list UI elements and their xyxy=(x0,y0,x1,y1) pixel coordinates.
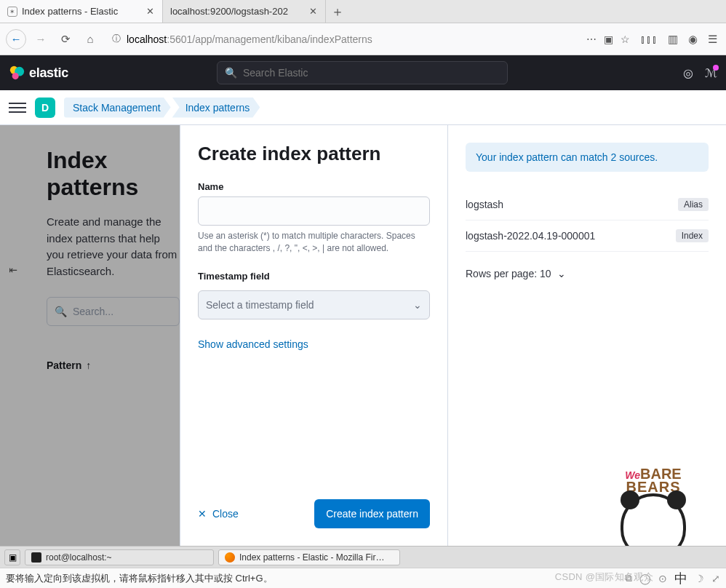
sidebar-icon[interactable]: ▥ xyxy=(668,33,678,46)
taskbar-terminal[interactable]: root@localhost:~ xyxy=(25,549,214,565)
show-advanced-link[interactable]: Show advanced settings xyxy=(198,338,430,350)
menu-icon[interactable]: ☰ xyxy=(708,33,717,46)
address-bar[interactable]: ⓘ localhost:5601/app/management/kibana/i… xyxy=(105,28,636,50)
elastic-brand-text: elastic xyxy=(29,65,68,81)
breadcrumb: Stack Management Index patterns xyxy=(64,98,260,118)
chevron-down-icon: ⌄ xyxy=(413,299,422,311)
page-actions-icon[interactable]: ⋯ xyxy=(586,33,597,45)
elastic-logo[interactable]: elastic xyxy=(9,65,68,81)
rows-per-page-button[interactable]: Rows per page: 10 ⌄ xyxy=(466,268,709,279)
match-callout: Your index pattern can match 2 sources. xyxy=(466,143,709,172)
firefox-icon xyxy=(225,552,235,563)
vm-device-icon[interactable]: ⤢ xyxy=(711,573,720,584)
nav-toggle-button[interactable] xyxy=(9,99,26,116)
create-index-pattern-button[interactable]: Create index pattern xyxy=(314,499,430,528)
help-icon[interactable]: ◎ xyxy=(683,66,693,80)
bookmark-icon[interactable]: ☆ xyxy=(621,33,630,45)
vm-device-icon[interactable]: ◯ xyxy=(639,573,651,584)
close-tab-icon[interactable]: ✕ xyxy=(145,7,155,17)
tab-title: localhost:9200/logstash-202 xyxy=(170,6,303,17)
close-flyout-button[interactable]: ✕ Close xyxy=(198,508,239,520)
name-help-text: Use an asterisk (*) to match multiple ch… xyxy=(198,230,430,255)
forward-button[interactable]: → xyxy=(31,29,51,49)
breadcrumb-item[interactable]: Stack Management xyxy=(64,98,171,118)
back-button[interactable]: ← xyxy=(6,29,26,49)
elastic-logo-icon xyxy=(9,65,25,81)
flyout-matches: Your index pattern can match 2 sources. … xyxy=(448,125,726,546)
match-name: logstash xyxy=(466,199,503,210)
timestamp-select[interactable]: Select a timestamp field ⌄ xyxy=(198,290,430,319)
create-index-pattern-flyout: Create index pattern Name Use an asteris… xyxy=(180,125,726,546)
timestamp-placeholder: Select a timestamp field xyxy=(206,299,314,311)
browser-tabstrip: ✶ Index patterns - Elastic ✕ localhost:9… xyxy=(0,0,726,23)
global-search-input[interactable] xyxy=(243,67,500,79)
name-input[interactable] xyxy=(198,196,430,226)
vm-device-icon[interactable]: ⊙ xyxy=(658,573,667,584)
modal-scrim[interactable] xyxy=(0,125,180,546)
vm-device-icon[interactable]: ⧉ xyxy=(625,572,632,584)
timestamp-label: Timestamp field xyxy=(198,271,430,282)
elastic-header: elastic 🔍 ◎ ℳ xyxy=(0,55,726,90)
search-icon: 🔍 xyxy=(225,67,237,79)
match-row[interactable]: logstash-2022.04.19-000001 Index xyxy=(466,220,709,252)
vm-device-icon[interactable]: ☽ xyxy=(695,573,704,584)
elastic-favicon: ✶ xyxy=(7,7,17,17)
match-name: logstash-2022.04.19-000001 xyxy=(466,230,595,242)
vm-status-text: 要将输入定向到该虚拟机，请将鼠标指针移入其中或按 Ctrl+G。 xyxy=(6,572,273,585)
svg-point-2 xyxy=(12,73,19,79)
taskbar-firefox[interactable]: Index patterns - Elastic - Mozilla Fir… xyxy=(218,549,400,565)
breadcrumb-item[interactable]: Index patterns xyxy=(172,98,260,118)
browser-tab-active[interactable]: ✶ Index patterns - Elastic ✕ xyxy=(0,0,163,23)
home-button[interactable]: ⌂ xyxy=(80,29,100,49)
match-row[interactable]: logstash Alias xyxy=(466,189,709,220)
terminal-icon xyxy=(31,552,41,563)
chevron-down-icon: ⌄ xyxy=(557,268,566,279)
url-host: localhost xyxy=(127,33,167,45)
vm-ime-indicator[interactable]: 中 xyxy=(674,570,687,587)
name-label: Name xyxy=(198,181,430,192)
match-badge: Index xyxy=(676,229,709,242)
space-avatar[interactable]: D xyxy=(35,98,55,118)
new-tab-button[interactable]: ＋ xyxy=(326,0,349,23)
close-icon: ✕ xyxy=(198,508,207,520)
account-icon[interactable]: ◉ xyxy=(688,33,698,46)
kibana-subheader: D Stack Management Index patterns xyxy=(0,90,726,125)
reload-button[interactable]: ⟳ xyxy=(55,29,76,49)
tab-title: Index patterns - Elastic xyxy=(22,6,140,17)
library-icon[interactable]: ⫿⫿⫿ xyxy=(640,33,658,45)
match-badge: Alias xyxy=(678,198,709,211)
browser-navbar: ← → ⟳ ⌂ ⓘ localhost:5601/app/management/… xyxy=(0,23,726,55)
url-path: :5601/app/management/kibana/indexPattern… xyxy=(167,33,372,45)
newsfeed-icon[interactable]: ℳ xyxy=(705,66,717,80)
flyout-title: Create index pattern xyxy=(198,143,430,165)
reader-icon[interactable]: ▣ xyxy=(604,33,613,45)
os-taskbar: ▣ root@localhost:~ Index patterns - Elas… xyxy=(0,546,726,568)
browser-tab[interactable]: localhost:9200/logstash-202 ✕ xyxy=(163,0,326,23)
vm-status-bar: 要将输入定向到该虚拟机，请将鼠标指针移入其中或按 Ctrl+G。 ⧉ ◯ ⊙ 中… xyxy=(0,568,726,588)
app-menu-button[interactable]: ▣ xyxy=(4,549,20,565)
global-search[interactable]: 🔍 xyxy=(217,61,508,84)
close-tab-icon[interactable]: ✕ xyxy=(308,7,318,17)
site-info-icon[interactable]: ⓘ xyxy=(111,33,122,45)
flyout-form: Create index pattern Name Use an asteris… xyxy=(180,125,448,546)
